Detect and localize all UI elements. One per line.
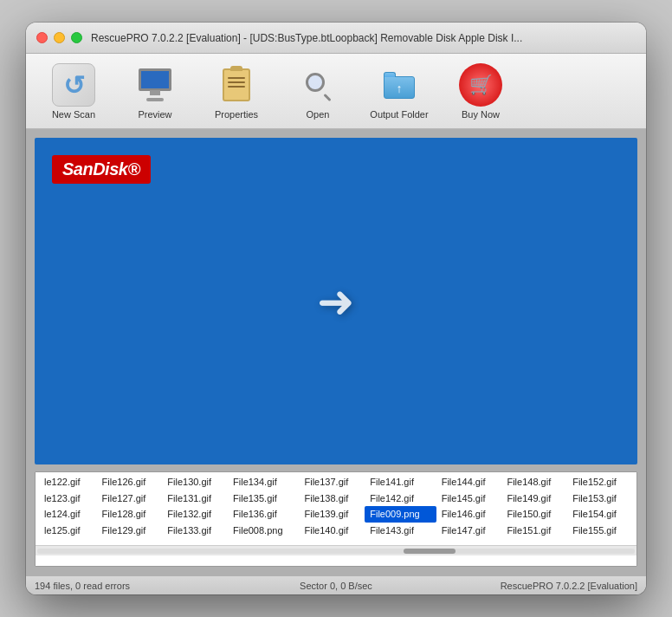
minimize-button[interactable] <box>54 32 65 43</box>
list-item[interactable]: File135.gif <box>228 490 299 507</box>
clipboard-line-2 <box>228 81 245 83</box>
magnifier-glass <box>306 73 325 92</box>
list-item[interactable]: File128.gif <box>97 506 163 523</box>
monitor-shape <box>139 68 171 101</box>
list-item[interactable]: File008.png <box>228 523 299 539</box>
list-item[interactable]: le122.gif <box>39 474 97 490</box>
output-folder-button[interactable]: ↑ Output Folder <box>360 59 438 123</box>
folder-arrow-icon: ↑ <box>397 81 403 95</box>
preview-graphic <box>133 63 177 107</box>
traffic-lights <box>36 32 82 43</box>
output-folder-icon: ↑ <box>377 62 422 107</box>
sandisk-logo: SanDisk® <box>52 155 151 184</box>
status-version: RescuePRO 7.0.2.2 [Evaluation] <box>436 581 637 591</box>
list-item[interactable]: File129.gif <box>97 523 163 539</box>
preview-button[interactable]: Preview <box>116 59 194 123</box>
folder-shape: ↑ <box>384 76 415 99</box>
scrollbar-area[interactable] <box>36 545 636 555</box>
list-item[interactable]: File133.gif <box>162 523 228 539</box>
new-scan-icon <box>51 62 96 107</box>
list-item[interactable]: File155.gif <box>567 523 633 539</box>
preview-arrow-icon: ➜ <box>317 279 355 324</box>
list-item[interactable]: File149.gif <box>501 490 567 507</box>
clipboard-line-3 <box>228 86 245 88</box>
file-browser[interactable]: le122.gif le123.gif le124.gif le125.gif … <box>35 471 637 567</box>
buy-now-label: Buy Now <box>462 109 500 120</box>
list-item[interactable]: File147.gif <box>436 523 502 539</box>
list-item[interactable]: File141.gif <box>365 474 436 490</box>
monitor-screen <box>139 68 171 91</box>
list-item[interactable]: File139.gif <box>300 506 365 523</box>
properties-button[interactable]: Properties <box>197 59 275 123</box>
toolbar: New Scan Preview <box>26 54 646 129</box>
list-item[interactable]: le123.gif <box>39 490 97 507</box>
status-files: 194 files, 0 read errors <box>35 581 236 591</box>
sandisk-dot: ® <box>127 159 139 179</box>
list-item[interactable]: File142.gif <box>365 490 436 507</box>
close-button[interactable] <box>36 32 48 43</box>
list-item[interactable]: File134.gif <box>228 474 299 490</box>
monitor-base <box>146 98 164 101</box>
list-item[interactable]: File137.gif <box>300 474 365 490</box>
list-item[interactable]: File140.gif <box>300 523 365 539</box>
clipboard-line-1 <box>228 77 245 79</box>
buynow-graphic: 🛒 <box>459 63 502 107</box>
window-title: RescuePRO 7.0.2.2 [Evaluation] - [UDS:Bu… <box>91 32 522 44</box>
statusbar: 194 files, 0 read errors Sector 0, 0 B/s… <box>26 575 646 594</box>
list-item[interactable]: File143.gif <box>365 523 436 539</box>
titlebar: RescuePRO 7.0.2.2 [Evaluation] - [UDS:Bu… <box>26 23 646 54</box>
list-item[interactable]: File138.gif <box>300 490 365 507</box>
list-item[interactable]: File132.gif <box>162 506 228 523</box>
list-item[interactable]: File131.gif <box>162 490 228 507</box>
clipboard-shape <box>223 68 250 101</box>
open-button[interactable]: Open <box>279 59 357 123</box>
open-label: Open <box>307 109 330 120</box>
list-item[interactable]: File151.gif <box>501 523 567 539</box>
sandisk-text: SanDisk <box>62 159 127 179</box>
folder-tab <box>384 72 396 77</box>
preview-label: Preview <box>138 109 171 120</box>
output-folder-label: Output Folder <box>370 109 428 120</box>
content-area: SanDisk® ➜ le122.gif le123.gif le124.gif… <box>26 129 646 575</box>
magnifier-shape <box>306 73 330 97</box>
list-item[interactable]: File127.gif <box>97 490 163 507</box>
list-item[interactable]: File153.gif <box>567 490 633 507</box>
buy-now-icon: 🛒 <box>458 62 503 107</box>
newscan-graphic <box>52 63 95 107</box>
file-list: le122.gif le123.gif le124.gif le125.gif … <box>36 472 636 545</box>
list-item[interactable]: File144.gif <box>436 474 502 490</box>
list-item[interactable]: File154.gif <box>567 506 633 523</box>
scrollbar-track <box>37 549 635 554</box>
list-item[interactable]: File145.gif <box>436 490 502 507</box>
maximize-button[interactable] <box>71 32 82 43</box>
properties-icon <box>214 62 259 107</box>
list-item[interactable]: File126.gif <box>97 474 163 490</box>
main-window: RescuePRO 7.0.2.2 [Evaluation] - [UDS:Bu… <box>26 23 646 594</box>
buy-now-button[interactable]: 🛒 Buy Now <box>442 59 520 123</box>
list-item[interactable]: File136.gif <box>228 506 299 523</box>
properties-graphic <box>215 63 258 107</box>
open-graphic <box>296 63 339 107</box>
output-graphic: ↑ <box>378 63 421 107</box>
list-item[interactable]: le125.gif <box>39 523 97 539</box>
list-item[interactable]: File148.gif <box>501 474 567 490</box>
properties-label: Properties <box>215 109 258 120</box>
list-item[interactable]: File150.gif <box>501 506 567 523</box>
status-sector: Sector 0, 0 B/sec <box>236 581 436 591</box>
new-scan-label: New Scan <box>52 109 95 120</box>
list-item[interactable]: le124.gif <box>39 506 97 523</box>
selected-file-item[interactable]: File009.png <box>365 506 436 523</box>
list-item[interactable]: File130.gif <box>162 474 228 490</box>
list-item[interactable]: File152.gif <box>567 474 633 490</box>
preview-area: SanDisk® ➜ <box>35 138 637 464</box>
preview-icon <box>132 62 178 107</box>
folder-body: ↑ <box>384 76 415 99</box>
list-item[interactable]: File146.gif <box>436 506 502 523</box>
open-icon <box>295 62 340 107</box>
scrollbar-thumb[interactable] <box>404 549 456 554</box>
new-scan-button[interactable]: New Scan <box>35 59 113 123</box>
magnifier-handle <box>323 94 331 101</box>
